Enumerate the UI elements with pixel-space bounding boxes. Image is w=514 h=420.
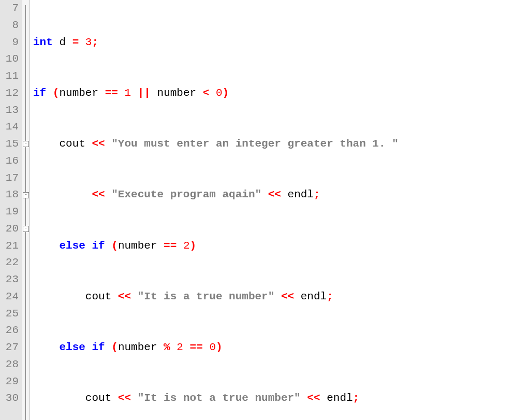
- fold-toggle-icon[interactable]: -: [23, 192, 29, 198]
- line-number: 17: [0, 170, 19, 187]
- fold-gutter: - - -: [22, 0, 30, 420]
- line-number: 9: [0, 34, 19, 51]
- code-line: cout << "It is a true number" << endl;: [33, 288, 399, 306]
- line-number: 30: [0, 390, 19, 407]
- line-number: 28: [0, 356, 19, 373]
- code-line: cout << "You must enter an integer great…: [33, 136, 399, 153]
- line-number: 11: [0, 68, 19, 85]
- line-number: 7: [0, 0, 19, 17]
- line-number: 23: [0, 271, 19, 288]
- code-area[interactable]: int d = 3; if (number == 1 || number < 0…: [30, 0, 399, 420]
- code-line: if (number == 1 || number < 0): [33, 85, 399, 102]
- code-line: cout << "It is not a true number" << end…: [33, 390, 399, 407]
- line-number: 24: [0, 288, 19, 306]
- code-editor: 7 8 9 10 11 12 13 14 15 16 17 18 19 20 2…: [0, 0, 514, 420]
- line-number: 10: [0, 51, 19, 68]
- line-number: 13: [0, 102, 19, 119]
- line-number: 15: [0, 136, 19, 153]
- line-number: 26: [0, 322, 19, 339]
- line-number: 18: [0, 186, 19, 204]
- line-number: 25: [0, 306, 19, 323]
- line-number: 19: [0, 204, 19, 221]
- code-line: else if (number % 2 == 0): [33, 339, 399, 356]
- code-line: else if (number == 2): [33, 238, 399, 255]
- line-number-gutter: 7 8 9 10 11 12 13 14 15 16 17 18 19 20 2…: [0, 0, 22, 420]
- line-number: 20: [0, 221, 19, 238]
- code-line: << "Execute program aqain" << endl;: [33, 186, 399, 204]
- line-number: 16: [0, 153, 19, 170]
- line-number: 12: [0, 85, 19, 102]
- line-number: 22: [0, 254, 19, 271]
- line-number: 29: [0, 373, 19, 390]
- line-number: 27: [0, 339, 19, 356]
- fold-toggle-icon[interactable]: -: [23, 141, 29, 147]
- line-number: 8: [0, 17, 19, 34]
- fold-toggle-icon[interactable]: -: [23, 226, 29, 232]
- line-number: 14: [0, 119, 19, 136]
- code-line: int d = 3;: [33, 34, 399, 51]
- line-number: 21: [0, 238, 19, 255]
